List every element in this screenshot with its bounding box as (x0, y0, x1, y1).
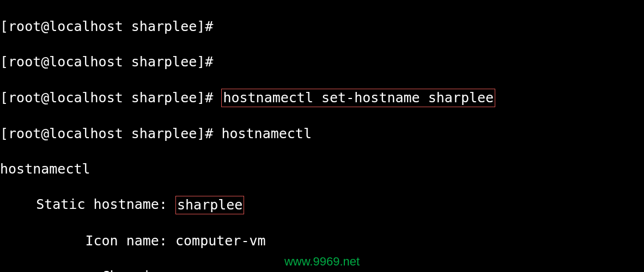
terminal-output[interactable]: [root@localhost sharplee]# [root@localho… (0, 0, 644, 272)
shell-prompt: [root@localhost sharplee]# (0, 126, 213, 141)
kv-label: Icon name: (0, 232, 175, 250)
kv-label: Chassis: (0, 268, 175, 273)
highlight-hostname: sharplee (175, 196, 244, 215)
shell-prompt: [root@localhost sharplee]# (0, 18, 213, 34)
kv-label: Static hostname: (0, 196, 175, 215)
shell-prompt: [root@localhost sharplee]# (0, 90, 213, 106)
command-text: hostnamectl (221, 126, 312, 141)
highlight-command-1: hostnamectl set-hostname sharplee (221, 89, 495, 108)
watermark: www.9969.net (284, 254, 360, 270)
shell-prompt: [root@localhost sharplee]# (0, 54, 213, 70)
output-line: hostnamectl (0, 160, 644, 178)
kv-value: computer-vm (175, 232, 266, 250)
kv-value: vm (175, 268, 192, 273)
